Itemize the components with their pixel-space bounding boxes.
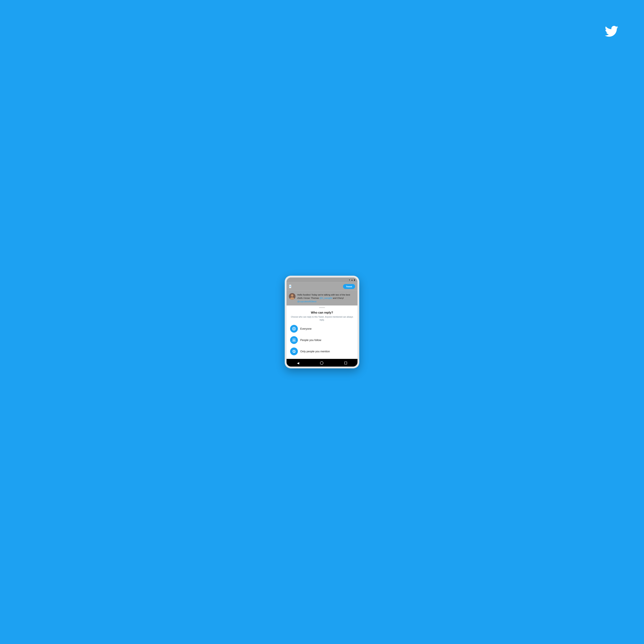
phone-inner: ▾ ▲ ▮ × Tweet (287, 277, 357, 367)
phone: ▾ ▲ ▮ × Tweet (285, 276, 359, 368)
tweet-mention1[interactable]: @h_wang84 (320, 297, 332, 299)
tweet-text-part2: and Cheryl (332, 297, 344, 299)
signal-icon: ▲ (351, 279, 353, 281)
reply-option-everyone[interactable]: Everyone (290, 325, 354, 333)
tweet-mention2[interactable]: @cupcakesRDbest (297, 300, 316, 303)
sheet-title: Who can reply? (290, 311, 354, 314)
svg-point-9 (294, 339, 295, 340)
twitter-logo (605, 26, 618, 37)
drag-handle (319, 307, 325, 308)
status-bar: ▾ ▲ ▮ (287, 277, 357, 282)
reply-option-mention[interactable]: Only people you mention (290, 348, 354, 355)
only-mention-label: Only people you mention (300, 350, 330, 353)
avatar (289, 293, 295, 300)
phone-container: ▾ ▲ ▮ × Tweet (285, 276, 359, 368)
globe-icon (290, 325, 298, 333)
home-button[interactable] (320, 361, 323, 365)
svg-point-8 (293, 339, 294, 340)
people-follow-label: People you follow (300, 338, 321, 342)
at-icon (290, 348, 298, 355)
bottom-sheet: Who can reply? Choose who can reply to t… (287, 307, 357, 359)
tweet-button[interactable]: Tweet (343, 284, 355, 289)
close-button[interactable]: × (289, 285, 291, 288)
everyone-label: Everyone (300, 327, 312, 330)
wifi-icon: ▾ (349, 279, 350, 281)
group-icon (290, 336, 298, 344)
reply-option-follow[interactable]: People you follow (290, 336, 354, 344)
battery-icon: ▮ (354, 279, 355, 281)
reply-options: Everyone (290, 325, 354, 357)
tweet-content: Hello foodies! Today we're talking with … (297, 293, 355, 303)
top-bar: × Tweet (287, 282, 357, 291)
tweet-area: Hello foodies! Today we're talking with … (287, 291, 357, 306)
nav-bar: ◀ (287, 359, 357, 367)
svg-point-1 (291, 294, 293, 297)
page-wrapper: ▾ ▲ ▮ × Tweet (0, 0, 644, 644)
recents-button[interactable] (344, 362, 347, 364)
sheet-subtitle: Choose who can reply to this Tweet. Anyo… (290, 316, 354, 321)
back-button[interactable]: ◀ (297, 361, 299, 365)
